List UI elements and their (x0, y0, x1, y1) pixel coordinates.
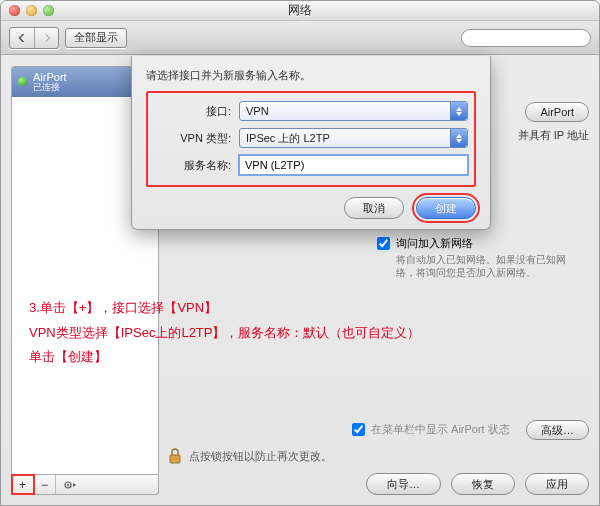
footer-buttons: 向导… 恢复 应用 (366, 473, 589, 495)
toolbar: 全部显示 (1, 21, 599, 55)
cancel-button[interactable]: 取消 (344, 197, 404, 219)
vpntype-value: IPSec 上的 L2TP (246, 131, 330, 146)
chevron-updown-icon (450, 129, 467, 147)
nav-back-forward (9, 27, 59, 49)
ask-join-hint: 将自动加入已知网络。如果没有已知网络，将询问您是否加入新网络。 (396, 253, 577, 279)
svg-point-0 (468, 37, 469, 38)
ip-note: 并具有 IP 地址 (518, 128, 589, 143)
interface-label: 接口: (154, 104, 239, 119)
status-dot-icon (18, 77, 27, 86)
annotation-line-3: 单击【创建】 (29, 345, 589, 370)
service-controls: + − (11, 475, 159, 495)
titlebar: 网络 (1, 1, 599, 21)
gear-icon (63, 480, 77, 490)
interface-value: VPN (246, 105, 269, 117)
lock-icon[interactable] (167, 447, 183, 465)
show-all-button[interactable]: 全部显示 (65, 28, 127, 48)
new-service-sheet: 请选择接口并为新服务输入名称。 接口: VPN VPN 类型: IPSec 上的… (131, 56, 491, 230)
sheet-form-highlight: 接口: VPN VPN 类型: IPSec 上的 L2TP 服务名称: (146, 91, 476, 187)
search-icon (468, 33, 469, 43)
back-button[interactable] (10, 28, 34, 48)
service-status: 已连接 (33, 83, 67, 93)
show-in-menubar-checkbox[interactable] (352, 423, 365, 436)
lock-label: 点按锁按钮以防止再次更改。 (189, 449, 332, 464)
forward-button[interactable] (34, 28, 58, 48)
service-gear-button[interactable] (56, 475, 84, 494)
search-field[interactable] (461, 29, 591, 47)
ask-join-checkbox[interactable] (377, 237, 390, 250)
remove-service-button[interactable]: − (34, 475, 56, 494)
network-prefs-window: 网络 全部显示 AirPort 已连接 (0, 0, 600, 506)
annotation-overlay: 3.单击【+】，接口选择【VPN】 VPN类型选择【IPSec上的L2TP】，服… (29, 296, 589, 370)
revert-button[interactable]: 恢复 (451, 473, 515, 495)
create-button[interactable]: 创建 (416, 197, 476, 219)
zoom-icon[interactable] (43, 5, 54, 16)
right-controls: AirPort 并具有 IP 地址 (518, 102, 589, 143)
close-icon[interactable] (9, 5, 20, 16)
minimize-icon[interactable] (26, 5, 37, 16)
service-name-input[interactable] (239, 155, 468, 175)
apply-button[interactable]: 应用 (525, 473, 589, 495)
service-name-label: 服务名称: (154, 158, 239, 173)
interface-select[interactable]: VPN (239, 101, 468, 121)
search-input[interactable] (472, 32, 584, 43)
advanced-button[interactable]: 高级… (526, 420, 589, 440)
svg-point-3 (67, 484, 69, 486)
lock-row: 点按锁按钮以防止再次更改。 (167, 447, 332, 465)
ask-join-row: 询问加入新网络 将自动加入已知网络。如果没有已知网络，将询问您是否加入新网络。 (377, 236, 577, 279)
menubar-status-row: 在菜单栏中显示 AirPort 状态 (352, 422, 510, 437)
show-in-menubar-label: 在菜单栏中显示 AirPort 状态 (371, 422, 510, 437)
vpntype-label: VPN 类型: (154, 131, 239, 146)
annotation-line-2: VPN类型选择【IPSec上的L2TP】，服务名称：默认（也可自定义） (29, 321, 589, 346)
add-service-button[interactable]: + (12, 475, 34, 494)
vpntype-select[interactable]: IPSec 上的 L2TP (239, 128, 468, 148)
traffic-lights (9, 5, 54, 16)
svg-rect-4 (170, 455, 180, 463)
sheet-prompt: 请选择接口并为新服务输入名称。 (146, 68, 476, 83)
turn-off-airport-button[interactable]: AirPort (525, 102, 589, 122)
window-title: 网络 (1, 2, 599, 19)
assist-button[interactable]: 向导… (366, 473, 441, 495)
chevron-updown-icon (450, 102, 467, 120)
annotation-line-1: 3.单击【+】，接口选择【VPN】 (29, 296, 589, 321)
ask-join-label: 询问加入新网络 (396, 236, 577, 251)
